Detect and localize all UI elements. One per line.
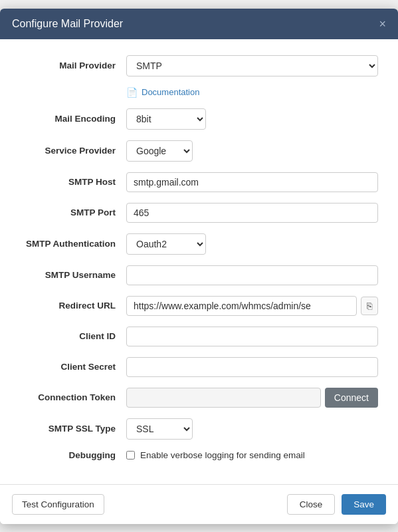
smtp-auth-row: SMTP Authentication Oauth2 Plain Login C…	[20, 233, 378, 255]
doc-link-text: Documentation	[142, 87, 199, 97]
mail-encoding-select[interactable]: 8bit 7bit base64 quoted-printable	[126, 108, 206, 130]
redirect-url-input[interactable]	[126, 296, 357, 316]
modal-header: Configure Mail Provider ×	[0, 9, 398, 39]
modal-footer: Test Configuration Close Save	[0, 484, 398, 524]
smtp-auth-label: SMTP Authentication	[20, 239, 126, 249]
service-provider-select[interactable]: Google Microsoft Yahoo Custom	[126, 140, 193, 162]
smtp-host-row: SMTP Host	[20, 172, 378, 192]
debugging-row: Debugging Enable verbose logging for sen…	[20, 450, 378, 460]
client-id-label: Client ID	[20, 331, 126, 341]
smtp-host-control	[126, 172, 378, 192]
smtp-port-row: SMTP Port	[20, 203, 378, 223]
documentation-link[interactable]: 📄 Documentation	[126, 87, 378, 98]
smtp-username-label: SMTP Username	[20, 270, 126, 280]
mail-provider-row: Mail Provider SMTP PHP Mail Sendmail Sen…	[20, 55, 378, 76]
save-button[interactable]: Save	[342, 494, 386, 515]
smtp-auth-select[interactable]: Oauth2 Plain Login CRAM-MD5 None	[126, 233, 206, 255]
smtp-username-input[interactable]	[126, 265, 378, 285]
connect-button[interactable]: Connect	[325, 388, 378, 408]
smtp-ssl-select[interactable]: SSL TLS None	[126, 418, 193, 440]
service-provider-row: Service Provider Google Microsoft Yahoo …	[20, 140, 378, 162]
redirect-url-row: Redirect URL ⎘	[20, 296, 378, 316]
modal-body: Mail Provider SMTP PHP Mail Sendmail Sen…	[0, 39, 398, 477]
debugging-label: Debugging	[20, 450, 126, 460]
test-configuration-button[interactable]: Test Configuration	[12, 494, 104, 515]
client-id-row: Client ID	[20, 327, 378, 346]
connection-token-control: Connect	[126, 388, 378, 408]
mail-encoding-label: Mail Encoding	[20, 114, 126, 124]
client-id-control	[126, 327, 378, 346]
client-secret-input[interactable]	[126, 357, 378, 377]
client-secret-control	[126, 357, 378, 377]
mail-encoding-control: 8bit 7bit base64 quoted-printable	[126, 108, 378, 130]
smtp-host-input[interactable]	[126, 172, 378, 192]
mail-provider-control: SMTP PHP Mail Sendmail Sendgrid Mailgun …	[126, 55, 378, 76]
smtp-ssl-label: SMTP SSL Type	[20, 424, 126, 434]
client-id-input[interactable]	[126, 327, 378, 346]
copy-url-button[interactable]: ⎘	[361, 297, 378, 315]
service-provider-control: Google Microsoft Yahoo Custom	[126, 140, 378, 162]
close-button[interactable]: Close	[287, 494, 336, 515]
modal-close-x-button[interactable]: ×	[379, 18, 386, 30]
debugging-checkbox-label[interactable]: Enable verbose logging for sending email	[140, 450, 305, 460]
connection-token-label: Connection Token	[20, 392, 126, 402]
smtp-username-row: SMTP Username	[20, 265, 378, 285]
smtp-ssl-row: SMTP SSL Type SSL TLS None	[20, 418, 378, 440]
configure-mail-modal: Configure Mail Provider × Mail Provider …	[0, 9, 398, 524]
smtp-username-control	[126, 265, 378, 285]
smtp-auth-control: Oauth2 Plain Login CRAM-MD5 None	[126, 233, 378, 255]
mail-encoding-row: Mail Encoding 8bit 7bit base64 quoted-pr…	[20, 108, 378, 130]
connection-token-row: Connection Token Connect	[20, 388, 378, 408]
connection-token-input[interactable]	[126, 388, 321, 408]
smtp-ssl-control: SSL TLS None	[126, 418, 378, 440]
modal-title: Configure Mail Provider	[12, 18, 123, 30]
client-secret-label: Client Secret	[20, 362, 126, 372]
mail-provider-select[interactable]: SMTP PHP Mail Sendmail Sendgrid Mailgun …	[126, 55, 378, 76]
service-provider-label: Service Provider	[20, 146, 126, 156]
debugging-control: Enable verbose logging for sending email	[126, 450, 378, 460]
doc-icon: 📄	[126, 87, 138, 98]
smtp-port-control	[126, 203, 378, 223]
smtp-port-label: SMTP Port	[20, 207, 126, 217]
client-secret-row: Client Secret	[20, 357, 378, 377]
footer-right-buttons: Close Save	[287, 494, 386, 515]
smtp-host-label: SMTP Host	[20, 177, 126, 187]
debugging-checkbox[interactable]	[126, 451, 135, 460]
redirect-url-control: ⎘	[126, 296, 378, 316]
mail-provider-label: Mail Provider	[20, 61, 126, 70]
redirect-url-label: Redirect URL	[20, 301, 126, 311]
smtp-port-input[interactable]	[126, 203, 378, 223]
